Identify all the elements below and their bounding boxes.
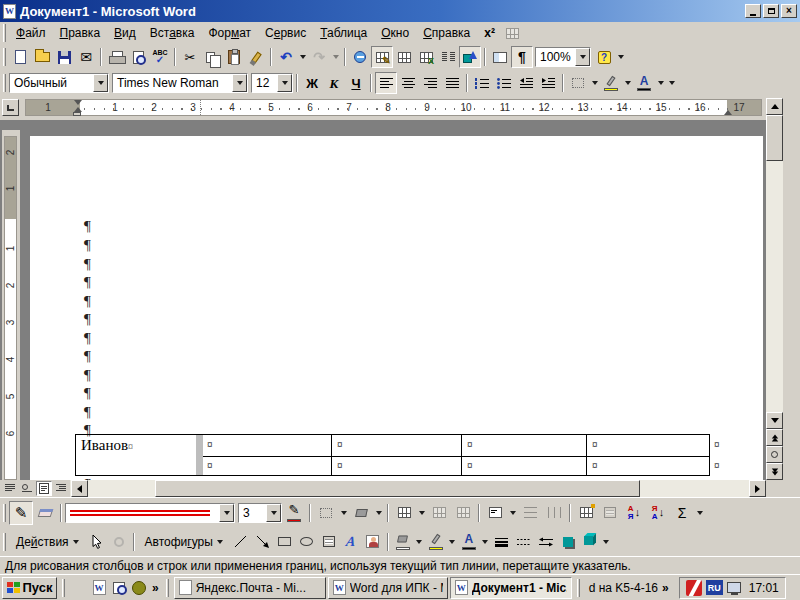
- underline-button[interactable]: Ч: [345, 72, 367, 94]
- vertical-scrollbar[interactable]: [766, 98, 783, 480]
- toolbar-options-button[interactable]: [601, 531, 612, 553]
- scroll-down-button[interactable]: [766, 412, 783, 429]
- font-dropdown-button[interactable]: [232, 74, 247, 92]
- table-column-marker[interactable]: [200, 100, 201, 115]
- new-document-button[interactable]: [9, 46, 31, 68]
- open-button[interactable]: [31, 46, 53, 68]
- start-button[interactable]: Пуск: [2, 577, 57, 599]
- highlight-button[interactable]: [600, 72, 622, 94]
- language-indicator[interactable]: RU: [706, 580, 723, 595]
- vertical-ruler[interactable]: 2 1 1 2 3 4 5 6: [2, 130, 20, 480]
- eraser-button[interactable]: [33, 501, 57, 525]
- arrow-button[interactable]: [252, 531, 274, 553]
- document-page[interactable]: ¶ ¶ ¶ ¶ ¶ ¶ ¶ ¶ ¶ ¶ ¶ ¶ ¶ Иванов¤ ¤ ¤: [30, 136, 763, 480]
- fill-color-button[interactable]: [392, 531, 414, 553]
- paste-button[interactable]: [223, 46, 245, 68]
- deskband[interactable]: d на K5-4-16 »: [585, 581, 675, 595]
- align-left-button[interactable]: [375, 72, 397, 94]
- word-app-icon[interactable]: W: [3, 4, 16, 19]
- font-combobox[interactable]: Times New Roman: [112, 73, 248, 93]
- line-button[interactable]: [230, 531, 252, 553]
- line-style-combobox[interactable]: [65, 503, 235, 523]
- format-painter-button[interactable]: [245, 46, 267, 68]
- numbered-list-button[interactable]: [471, 72, 493, 94]
- line-color-dropdown[interactable]: [447, 531, 458, 553]
- insert-table-button[interactable]: [392, 501, 416, 525]
- font-size-combobox[interactable]: 12: [251, 73, 293, 93]
- font-color-button[interactable]: А: [633, 72, 655, 94]
- wordart-button[interactable]: A: [340, 531, 362, 553]
- dash-style-button[interactable]: [513, 531, 535, 553]
- table-cell-text[interactable]: Иванов¤: [81, 437, 133, 454]
- quick-launch-chevron[interactable]: »: [150, 581, 161, 595]
- next-page-button[interactable]: [766, 463, 783, 480]
- bold-button[interactable]: Ж: [301, 72, 323, 94]
- normal-view-button[interactable]: [2, 481, 18, 496]
- spelling-button[interactable]: ABC ✓: [149, 46, 171, 68]
- tables-and-borders-button[interactable]: ✎: [371, 46, 393, 68]
- taskbar-grip[interactable]: [166, 579, 169, 597]
- toolbar-grip[interactable]: [3, 24, 6, 42]
- cell-alignment-dropdown[interactable]: [507, 502, 518, 524]
- align-right-button[interactable]: [419, 72, 441, 94]
- change-text-direction-button[interactable]: [598, 501, 622, 525]
- font-color-button[interactable]: А: [458, 531, 480, 553]
- shading-dropdown[interactable]: [373, 502, 384, 524]
- cut-button[interactable]: ✂: [179, 46, 201, 68]
- horizontal-scroll-thumb[interactable]: [155, 480, 640, 497]
- toolbar-options-button[interactable]: [694, 502, 705, 524]
- first-line-indent-marker[interactable]: [74, 100, 82, 105]
- web-layout-view-button[interactable]: [19, 481, 35, 496]
- menu-table[interactable]: Таблица: [313, 24, 374, 42]
- outside-border-button[interactable]: [314, 501, 338, 525]
- menu-tools[interactable]: Сервис: [258, 24, 313, 42]
- deskband-chevron[interactable]: »: [660, 581, 671, 595]
- superscript-menu-button[interactable]: x²: [477, 24, 502, 42]
- distribute-rows-button[interactable]: [518, 501, 542, 525]
- bullet-list-button[interactable]: [493, 72, 515, 94]
- toolbar-grip[interactable]: [3, 533, 6, 551]
- menu-file[interactable]: Файл: [9, 24, 53, 42]
- menu-edit[interactable]: Правка: [53, 24, 108, 42]
- line-style-dropdown-button[interactable]: [219, 504, 234, 522]
- scheduler-icon[interactable]: [130, 579, 148, 597]
- close-button[interactable]: ×: [781, 4, 797, 18]
- taskbar-grip[interactable]: [577, 579, 580, 597]
- distribute-columns-button[interactable]: [542, 501, 566, 525]
- rectangle-button[interactable]: [274, 531, 296, 553]
- toolbar-grip[interactable]: [3, 74, 6, 92]
- line-color-button[interactable]: [425, 531, 447, 553]
- horizontal-ruler[interactable]: 1 1 2 3 4 5 6 7 8 9 10 11 12 13 14 15 16…: [25, 99, 762, 116]
- right-indent-marker[interactable]: [724, 110, 732, 115]
- font-size-dropdown-button[interactable]: [277, 74, 292, 92]
- border-color-button[interactable]: ✎: [282, 501, 306, 525]
- compose-mail-icon[interactable]: [110, 579, 128, 597]
- document-map-button[interactable]: [489, 46, 511, 68]
- line-weight-combobox[interactable]: 3: [238, 503, 282, 523]
- table-autoformat-button[interactable]: [574, 501, 598, 525]
- toolbar-grip[interactable]: [3, 504, 6, 522]
- save-button[interactable]: [53, 46, 75, 68]
- shadow-button[interactable]: [557, 531, 579, 553]
- left-indent-marker[interactable]: [73, 112, 81, 116]
- font-color-dropdown[interactable]: [655, 72, 666, 94]
- restore-button[interactable]: [763, 4, 779, 18]
- tab-selector-button[interactable]: [2, 99, 19, 116]
- borders-dropdown[interactable]: [589, 72, 600, 94]
- zoom-combobox[interactable]: 100%: [535, 47, 591, 67]
- insert-hyperlink-button[interactable]: [349, 46, 371, 68]
- scroll-up-button[interactable]: [766, 98, 783, 115]
- decrease-indent-button[interactable]: [515, 72, 537, 94]
- copy-button[interactable]: [201, 46, 223, 68]
- oval-button[interactable]: [296, 531, 318, 553]
- borders-button[interactable]: [567, 72, 589, 94]
- print-layout-view-button[interactable]: [36, 481, 52, 496]
- horizontal-scrollbar[interactable]: [0, 480, 766, 497]
- undo-dropdown[interactable]: [297, 46, 308, 68]
- increase-indent-button[interactable]: [537, 72, 559, 94]
- print-preview-button[interactable]: [127, 46, 149, 68]
- insert-table-button[interactable]: [393, 46, 415, 68]
- font-color-dropdown[interactable]: [480, 531, 491, 553]
- scroll-left-button[interactable]: [71, 480, 88, 497]
- insert-table-dropdown[interactable]: [416, 502, 427, 524]
